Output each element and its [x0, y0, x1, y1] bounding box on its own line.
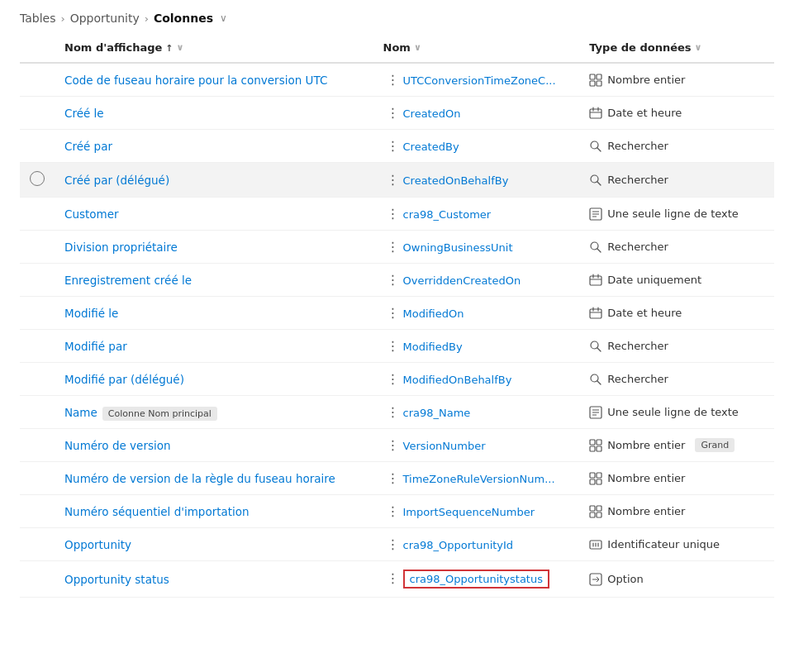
search-icon [589, 140, 602, 153]
svg-rect-44 [590, 512, 595, 517]
th-name[interactable]: Nom ∨ [373, 33, 580, 63]
internal-name-text: VersionNumber [403, 440, 486, 452]
cell-display-name[interactable]: Opportunity [55, 528, 373, 561]
cell-internal-name: ⋮ModifiedOn [373, 297, 580, 330]
row-select-cell [20, 330, 55, 363]
sort-type-icon: ∨ [695, 42, 702, 53]
display-name-text[interactable]: Enregistrement créé le [64, 274, 192, 287]
cell-display-name[interactable]: Code de fuseau horaire pour la conversio… [55, 63, 373, 97]
display-name-text[interactable]: Modifié par (délégué) [64, 373, 184, 386]
row-context-menu-icon[interactable]: ⋮ [383, 470, 403, 486]
cell-display-name[interactable]: Modifié le [55, 297, 373, 330]
display-name-text[interactable]: Opportunity [64, 538, 131, 551]
display-name-text[interactable]: Name [64, 406, 97, 419]
cell-display-name[interactable]: Enregistrement créé le [55, 264, 373, 297]
row-context-menu-icon[interactable]: ⋮ [383, 272, 403, 288]
display-name-text[interactable]: Modifié par [64, 340, 127, 353]
id-icon [589, 538, 602, 551]
cell-display-name[interactable]: Modifié par [55, 330, 373, 363]
table-row: Numéro séquentiel d'importation⋮ImportSe… [20, 495, 774, 528]
row-context-menu-icon[interactable]: ⋮ [383, 437, 403, 453]
internal-name-highlighted: cra98_Opportunitystatus [403, 570, 549, 589]
cell-display-name[interactable]: Numéro séquentiel d'importation [55, 495, 373, 528]
cell-display-name[interactable]: Division propriétaire [55, 231, 373, 264]
cell-display-name[interactable]: Modifié par (délégué) [55, 363, 373, 396]
cell-display-name[interactable]: Numéro de version [55, 429, 373, 462]
display-name-text[interactable]: Modifié le [64, 307, 118, 320]
row-context-menu-icon[interactable]: ⋮ [383, 536, 403, 552]
option-icon [589, 573, 602, 586]
display-name-text[interactable]: Numéro de version de la règle du fuseau … [64, 472, 335, 485]
display-name-text[interactable]: Créé par [64, 140, 112, 153]
breadcrumb-opportunity[interactable]: Opportunity [70, 12, 140, 25]
table-row: Créé par⋮CreatedBy Rechercher [20, 130, 774, 163]
display-name-text[interactable]: Opportunity status [64, 573, 169, 586]
table-row: Numéro de version de la règle du fuseau … [20, 462, 774, 495]
svg-rect-39 [597, 473, 601, 478]
th-type-label: Type de données [589, 41, 691, 54]
cell-internal-name: ⋮cra98_Opportunitystatus [373, 561, 580, 598]
row-context-menu-icon[interactable]: ⋮ [383, 305, 403, 321]
breadcrumb-sep-2: › [145, 12, 149, 25]
row-context-menu-icon[interactable]: ⋮ [383, 172, 403, 188]
grid-icon [589, 439, 602, 452]
cell-display-name[interactable]: Créé par [55, 130, 373, 163]
svg-rect-4 [590, 109, 601, 118]
row-select-cell [20, 163, 55, 198]
display-name-text[interactable]: Code de fuseau horaire pour la conversio… [64, 74, 327, 87]
breadcrumb-tables[interactable]: Tables [20, 12, 56, 25]
svg-rect-22 [590, 309, 601, 318]
display-name-text[interactable]: Division propriétaire [64, 241, 178, 254]
breadcrumb-colonnes: Colonnes [154, 12, 213, 25]
row-context-menu-icon[interactable]: ⋮ [383, 404, 403, 420]
cell-type: Identificateur unique [579, 528, 774, 561]
cell-display-name[interactable]: Créé le [55, 97, 373, 130]
row-context-menu-icon[interactable]: ⋮ [383, 72, 403, 88]
th-display-name[interactable]: Nom d'affichage ∨ [55, 33, 373, 63]
breadcrumb-sep-1: › [61, 12, 65, 25]
search-icon [589, 174, 602, 187]
cell-type: Date uniquement [579, 264, 774, 297]
svg-rect-43 [597, 506, 601, 511]
cell-display-name[interactable]: NameColonne Nom principal [55, 396, 373, 429]
svg-rect-0 [590, 74, 595, 79]
row-context-menu-icon[interactable]: ⋮ [383, 570, 403, 586]
sort-name-icon: ∨ [414, 42, 421, 53]
cell-display-name[interactable]: Customer [55, 198, 373, 231]
type-label: Rechercher [607, 174, 668, 186]
th-type[interactable]: Type de données ∨ [579, 33, 774, 63]
svg-line-11 [597, 182, 601, 185]
svg-rect-37 [597, 446, 601, 451]
cell-type: Rechercher [579, 330, 774, 363]
row-context-menu-icon[interactable]: ⋮ [383, 206, 403, 222]
row-context-menu-icon[interactable]: ⋮ [383, 503, 403, 519]
cell-display-name[interactable]: Opportunity status [55, 561, 373, 598]
internal-name-text: TimeZoneRuleVersionNum... [403, 473, 555, 485]
row-checkbox[interactable] [30, 171, 45, 186]
row-context-menu-icon[interactable]: ⋮ [383, 338, 403, 354]
row-select-cell [20, 429, 55, 462]
svg-line-9 [597, 148, 601, 151]
display-name-text[interactable]: Créé le [64, 107, 104, 120]
type-label: Option [607, 573, 643, 585]
display-name-text[interactable]: Créé par (délégué) [64, 174, 169, 187]
cell-display-name[interactable]: Créé par (délégué) [55, 163, 373, 198]
display-name-text[interactable]: Numéro séquentiel d'importation [64, 505, 250, 518]
svg-rect-36 [590, 446, 595, 451]
internal-name-text: OverriddenCreatedOn [403, 274, 521, 287]
type-badge: Grand [695, 438, 735, 452]
row-context-menu-icon[interactable]: ⋮ [383, 371, 403, 387]
row-context-menu-icon[interactable]: ⋮ [383, 239, 403, 255]
display-name-text[interactable]: Numéro de version [64, 439, 171, 452]
internal-name-text: CreatedOn [403, 107, 461, 120]
calendar-icon [589, 107, 602, 120]
cell-type: Date et heure [579, 297, 774, 330]
cell-display-name[interactable]: Numéro de version de la règle du fuseau … [55, 462, 373, 495]
row-context-menu-icon[interactable]: ⋮ [383, 138, 403, 154]
row-select-cell [20, 396, 55, 429]
display-name-text[interactable]: Customer [64, 207, 119, 221]
row-context-menu-icon[interactable]: ⋮ [383, 105, 403, 121]
internal-name-text: CreatedBy [403, 141, 459, 153]
internal-name-text: cra98_Customer [403, 208, 492, 221]
display-name-badge: Colonne Nom principal [102, 407, 217, 421]
